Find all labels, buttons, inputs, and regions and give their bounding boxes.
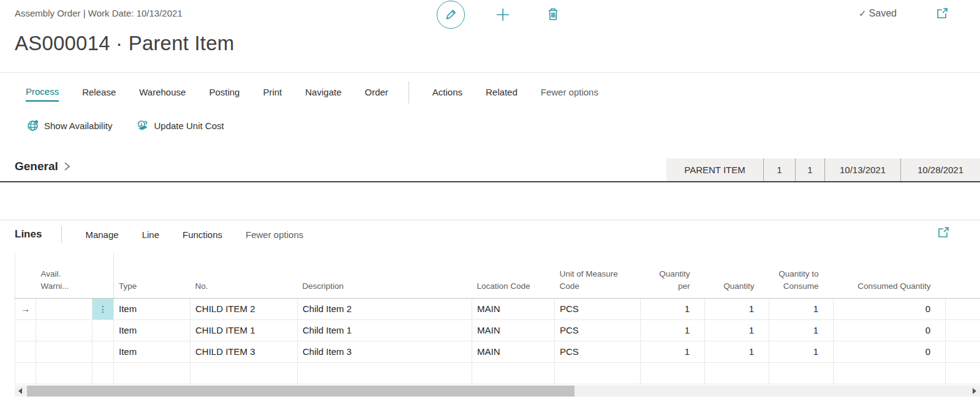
lines-menu-divider [61, 226, 62, 243]
cell-quantity-per[interactable]: 1 [641, 341, 705, 362]
col-location-code[interactable]: Location Code [472, 253, 555, 298]
globe-pin-icon [27, 119, 39, 132]
cell-quantity[interactable]: 1 [705, 298, 769, 319]
table-row-empty [15, 362, 980, 384]
cell-description[interactable] [298, 362, 472, 384]
cell-uom[interactable]: PCS [555, 319, 641, 341]
cell-qty-to-consume[interactable]: 1 [769, 319, 834, 341]
scroll-right-arrow-icon[interactable] [973, 388, 976, 394]
delete-button[interactable] [544, 5, 562, 23]
row-menu[interactable] [92, 341, 114, 362]
cell-type[interactable]: Item [114, 298, 190, 319]
cell-no[interactable] [190, 362, 298, 384]
menu-related[interactable]: Related [486, 84, 518, 101]
table-row: Item CHILD ITEM 1 Child Item 1 MAIN PCS … [15, 319, 980, 341]
cell-qty-to-consume[interactable]: 1 [769, 341, 834, 362]
cell-quantity-per[interactable]: 1 [641, 319, 705, 341]
row-selector[interactable] [15, 362, 36, 384]
summary-quantity: 1 [763, 158, 795, 181]
col-quantity-per[interactable]: Quantity per [641, 253, 705, 298]
cell-type[interactable]: Item [114, 319, 190, 341]
cell-location[interactable]: MAIN [472, 298, 555, 319]
cell-no[interactable]: CHILD ITEM 2 [190, 298, 298, 319]
fewer-options-button[interactable]: Fewer options [541, 84, 598, 101]
lines-menu-manage[interactable]: Manage [85, 229, 118, 240]
cell-consumed-qty[interactable] [834, 362, 946, 384]
lines-grid: Avail. Warni... Type No. Description Loc… [15, 253, 980, 384]
col-type[interactable]: Type [114, 253, 190, 298]
cell-location[interactable]: MAIN [472, 341, 555, 362]
col-description[interactable]: Description [298, 253, 472, 298]
table-row: → ⋮ Item CHILD ITEM 2 Child Item 2 MAIN … [15, 298, 980, 319]
cell-quantity-per[interactable] [641, 362, 705, 384]
lines-fewer-options-button[interactable]: Fewer options [246, 229, 303, 240]
cell-uom[interactable]: PCS [555, 341, 641, 362]
lines-menu-line[interactable]: Line [142, 229, 159, 240]
row-menu[interactable] [92, 319, 114, 341]
cell-description[interactable]: Child Item 1 [298, 319, 472, 341]
cell-avail-warning[interactable] [36, 341, 92, 362]
cell-consumed-qty[interactable]: 0 [834, 319, 946, 341]
update-unit-cost-label: Update Unit Cost [154, 121, 224, 131]
cell-quantity[interactable] [705, 362, 769, 384]
col-quantity[interactable]: Quantity [705, 253, 769, 298]
cell-description[interactable]: Child Item 3 [298, 341, 472, 362]
new-button[interactable] [494, 6, 512, 24]
cell-clipped [946, 298, 980, 319]
col-no[interactable]: No. [190, 253, 298, 298]
tab-process[interactable]: Process [26, 84, 59, 102]
cell-quantity[interactable]: 1 [705, 319, 769, 341]
scroll-left-arrow-icon[interactable] [18, 388, 22, 394]
cell-avail-warning[interactable] [36, 298, 92, 319]
tab-release[interactable]: Release [82, 84, 116, 101]
cell-description[interactable]: Child Item 2 [298, 298, 472, 319]
edit-button[interactable] [437, 1, 465, 29]
cell-no[interactable]: CHILD ITEM 1 [190, 319, 298, 341]
chevron-right-icon [63, 161, 71, 172]
general-summary-strip[interactable]: PARENT ITEM 1 1 10/13/2021 10/28/2021 [666, 158, 980, 181]
cell-avail-warning[interactable] [36, 319, 92, 341]
summary-item-no: PARENT ITEM [666, 158, 763, 181]
tab-print[interactable]: Print [263, 84, 282, 101]
cell-type[interactable] [114, 362, 190, 384]
update-unit-cost-button[interactable]: Update Unit Cost [137, 119, 224, 132]
scrollbar-thumb[interactable] [27, 386, 575, 397]
row-menu-ellipsis-icon[interactable]: ⋮ [92, 298, 114, 319]
row-menu-header [92, 253, 114, 298]
cell-type[interactable]: Item [114, 341, 190, 362]
cell-consumed-qty[interactable]: 0 [834, 341, 946, 362]
row-selector-arrow-icon[interactable]: → [15, 298, 36, 319]
cell-location[interactable] [472, 362, 555, 384]
general-section-rule [0, 181, 980, 182]
cell-location[interactable]: MAIN [472, 319, 555, 341]
row-selector[interactable] [15, 319, 36, 341]
tab-posting[interactable]: Posting [209, 84, 239, 101]
cell-quantity[interactable]: 1 [705, 341, 769, 362]
row-selector[interactable] [15, 341, 36, 362]
cell-no[interactable]: CHILD ITEM 3 [190, 341, 298, 362]
summary-due-date: 10/28/2021 [900, 158, 980, 181]
tab-order[interactable]: Order [364, 84, 388, 101]
cell-qty-to-consume[interactable]: 1 [769, 298, 834, 319]
expand-lines-button[interactable] [937, 226, 949, 239]
horizontal-scrollbar[interactable] [15, 386, 980, 397]
col-avail-warning[interactable]: Avail. Warni... [36, 253, 92, 298]
cell-quantity-per[interactable]: 1 [641, 298, 705, 319]
menu-actions[interactable]: Actions [432, 84, 462, 101]
lines-menu-functions[interactable]: Functions [183, 229, 222, 240]
row-menu[interactable] [92, 362, 114, 384]
tab-navigate[interactable]: Navigate [305, 84, 341, 101]
show-availability-button[interactable]: Show Availability [27, 119, 112, 132]
general-section-header[interactable]: General [15, 160, 71, 173]
cell-uom[interactable]: PCS [555, 298, 641, 319]
tab-warehouse[interactable]: Warehouse [139, 84, 186, 101]
col-uom-code[interactable]: Unit of Measure Code [555, 253, 641, 298]
cell-qty-to-consume[interactable] [769, 362, 834, 384]
col-consumed-qty[interactable]: Consumed Quantity [834, 253, 946, 298]
cell-avail-warning[interactable] [36, 362, 92, 384]
cell-uom[interactable] [555, 362, 641, 384]
open-in-new-window-button[interactable] [936, 7, 948, 20]
cell-consumed-qty[interactable]: 0 [834, 298, 946, 319]
expand-lines-icon [937, 226, 949, 239]
col-qty-to-consume[interactable]: Quantity to Consume [769, 253, 834, 298]
